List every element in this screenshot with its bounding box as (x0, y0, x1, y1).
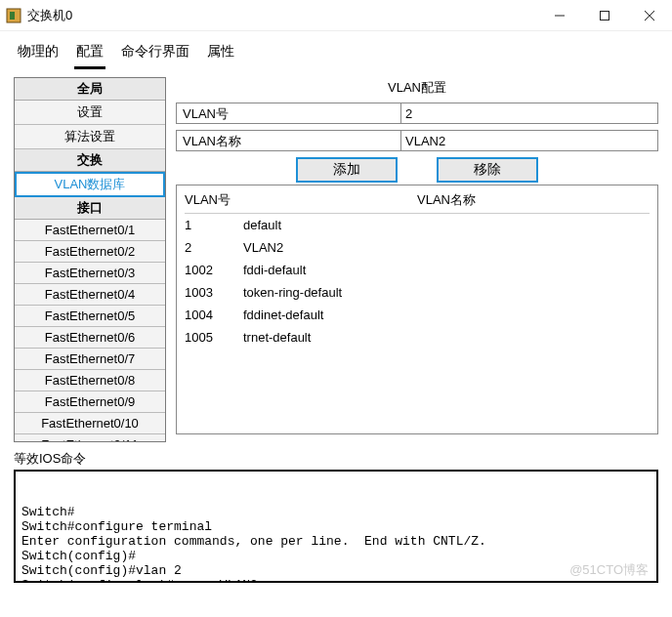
table-row[interactable]: 2VLAN2 (185, 236, 650, 259)
sidebar-item[interactable]: FastEthernet0/9 (15, 391, 165, 413)
vlan-table-header: VLAN号 VLAN名称 (185, 189, 650, 214)
sidebar-item[interactable]: FastEthernet0/8 (15, 370, 165, 391)
table-row[interactable]: 1004fddinet-default (185, 304, 650, 326)
tab-物理的[interactable]: 物理的 (16, 41, 61, 69)
minimize-button[interactable] (537, 0, 582, 31)
tab-bar: 物理的配置命令行界面属性 (0, 31, 672, 71)
tab-配置[interactable]: 配置 (74, 41, 105, 69)
tab-命令行界面[interactable]: 命令行界面 (119, 41, 191, 69)
table-row[interactable]: 1005trnet-default (185, 326, 650, 349)
sidebar[interactable]: 全局设置算法设置交换VLAN数据库接口FastEthernet0/1FastEt… (14, 77, 166, 442)
cell-vlan-number: 1005 (185, 330, 243, 345)
sidebar-header: 接口 (15, 197, 165, 220)
cell-vlan-number: 2 (185, 240, 243, 255)
vlan-name-input[interactable] (400, 130, 658, 151)
sidebar-header: 全局 (15, 78, 165, 101)
sidebar-item[interactable]: VLAN数据库 (15, 172, 165, 197)
sidebar-item[interactable]: FastEthernet0/11 (15, 434, 165, 442)
cell-vlan-number: 1 (185, 218, 243, 232)
remove-button[interactable]: 移除 (437, 157, 538, 183)
sidebar-item[interactable]: FastEthernet0/10 (15, 413, 165, 434)
ios-label: 等效IOS命令 (0, 442, 672, 468)
sidebar-item[interactable]: FastEthernet0/6 (15, 327, 165, 349)
tab-属性[interactable]: 属性 (205, 41, 236, 69)
maximize-button[interactable] (582, 0, 627, 31)
svg-rect-1 (10, 12, 15, 20)
cell-vlan-number: 1003 (185, 285, 243, 300)
sidebar-header: 交换 (15, 149, 165, 172)
cell-vlan-number: 1004 (185, 308, 243, 322)
cell-vlan-name: trnet-default (243, 330, 650, 345)
sidebar-item[interactable]: 算法设置 (15, 125, 165, 149)
cell-vlan-name: fddinet-default (243, 308, 650, 322)
ios-console[interactable]: Switch# Switch#configure terminal Enter … (14, 470, 658, 583)
header-vlan-name: VLAN名称 (243, 191, 650, 209)
sidebar-item[interactable]: FastEthernet0/3 (15, 263, 165, 284)
table-row[interactable]: 1default (185, 214, 650, 236)
cell-vlan-name: token-ring-default (243, 285, 650, 300)
close-button[interactable] (627, 0, 672, 31)
panel-title: VLAN配置 (176, 77, 658, 103)
sidebar-item[interactable]: FastEthernet0/1 (15, 220, 165, 241)
vlan-name-label: VLAN名称 (176, 130, 400, 151)
sidebar-item[interactable]: FastEthernet0/2 (15, 241, 165, 263)
svg-rect-3 (601, 11, 609, 20)
cell-vlan-name: default (243, 218, 650, 232)
vlan-number-label: VLAN号 (176, 103, 400, 124)
watermark: @51CTO博客 (569, 561, 649, 579)
header-vlan-number: VLAN号 (185, 191, 243, 209)
vlan-table: VLAN号 VLAN名称 1default2VLAN21002fddi-defa… (176, 185, 658, 434)
content-panel: VLAN配置 VLAN号 VLAN名称 添加 移除 VLAN号 VLAN名称 1… (176, 77, 658, 442)
vlan-number-input[interactable] (400, 103, 658, 124)
sidebar-item[interactable]: FastEthernet0/4 (15, 284, 165, 306)
table-row[interactable]: 1003token-ring-default (185, 281, 650, 304)
window-title: 交换机0 (27, 7, 72, 24)
table-row[interactable]: 1002fddi-default (185, 259, 650, 281)
app-icon (6, 8, 21, 23)
sidebar-item[interactable]: FastEthernet0/7 (15, 349, 165, 370)
title-bar: 交换机0 (0, 0, 672, 31)
cell-vlan-name: fddi-default (243, 263, 650, 277)
sidebar-item[interactable]: FastEthernet0/5 (15, 306, 165, 327)
sidebar-item[interactable]: 设置 (15, 101, 165, 125)
cell-vlan-name: VLAN2 (243, 240, 650, 255)
cell-vlan-number: 1002 (185, 263, 243, 277)
add-button[interactable]: 添加 (296, 157, 398, 183)
